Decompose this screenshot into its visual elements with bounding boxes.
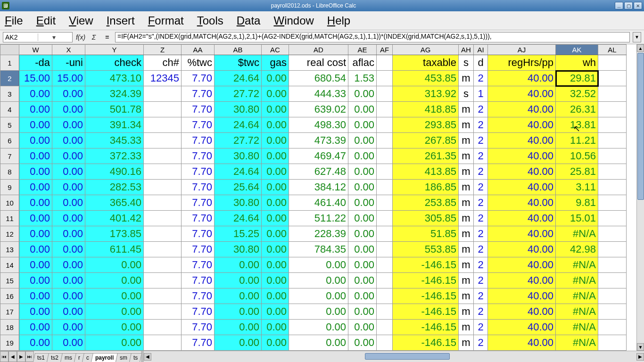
cell[interactable]: 7.70 [182, 195, 215, 211]
cell[interactable]: 40.00 [488, 180, 556, 195]
cell[interactable]: 0.00 [262, 164, 289, 180]
cell[interactable]: 293.85 [393, 117, 459, 133]
cell[interactable]: 0.00 [52, 320, 85, 335]
equals-button[interactable]: = [102, 33, 112, 42]
cell[interactable]: 0.00 [262, 195, 289, 211]
row-header[interactable]: 17 [0, 304, 19, 320]
cell[interactable]: 24.64 [215, 71, 262, 86]
select-all-corner[interactable] [0, 45, 19, 55]
cell[interactable]: 0.00 [289, 273, 348, 288]
menu-data[interactable]: Data [237, 14, 261, 27]
tab-prev-button[interactable]: ◀ [8, 351, 17, 362]
cell[interactable]: 0.00 [262, 320, 289, 335]
cell[interactable]: 2 [474, 273, 488, 288]
cell[interactable]: 9.81 [556, 195, 598, 211]
cell[interactable] [377, 226, 393, 242]
cell[interactable]: 0.00 [348, 226, 377, 242]
cell[interactable]: m [459, 211, 474, 226]
cell[interactable]: 0.00 [262, 242, 289, 257]
cell[interactable]: 1 [474, 86, 488, 102]
column-header[interactable]: AH [459, 45, 474, 55]
cell[interactable]: -146.15 [393, 288, 459, 304]
cell[interactable]: 0.00 [215, 335, 262, 351]
name-box[interactable]: AK2 ▾ [3, 32, 73, 42]
cell[interactable]: 24.64 [215, 211, 262, 226]
sum-button[interactable]: Σ [89, 33, 99, 42]
cell[interactable]: 0.00 [19, 148, 52, 164]
cell[interactable]: 7.70 [182, 226, 215, 242]
function-wizard-button[interactable]: f(x) [75, 33, 86, 42]
cell[interactable]: 2 [474, 257, 488, 273]
cell[interactable] [377, 304, 393, 320]
cell[interactable]: 0.00 [289, 288, 348, 304]
cell[interactable]: taxable [393, 55, 459, 71]
cell[interactable]: 2 [474, 71, 488, 86]
cell[interactable]: 461.40 [289, 195, 348, 211]
cell[interactable]: 0.00 [19, 195, 52, 211]
cell[interactable]: 680.54 [289, 71, 348, 86]
cell[interactable]: 473.10 [85, 71, 144, 86]
sheet-tab[interactable]: payroll [91, 353, 118, 362]
cell[interactable]: 7.70 [182, 273, 215, 288]
cell[interactable]: 7.70 [182, 304, 215, 320]
cell[interactable]: 15.25 [215, 226, 262, 242]
cell[interactable]: 0.00 [262, 86, 289, 102]
cell[interactable] [598, 55, 627, 71]
tab-last-button[interactable]: ⏭ [25, 351, 34, 362]
cell[interactable]: 25.81 [556, 164, 598, 180]
cell[interactable]: 639.02 [289, 102, 348, 117]
cell[interactable]: 51.85 [393, 226, 459, 242]
cell[interactable]: 0.00 [262, 211, 289, 226]
column-header[interactable]: AD [289, 45, 348, 55]
cell[interactable]: 345.33 [85, 133, 144, 148]
cell[interactable]: 10.56 [556, 148, 598, 164]
cell[interactable] [144, 288, 182, 304]
row-header[interactable]: 13 [0, 242, 19, 257]
cell[interactable]: 40.00 [488, 102, 556, 117]
minimize-button[interactable]: ＿ [615, 2, 623, 9]
cell[interactable]: wh [556, 55, 598, 71]
cell[interactable]: 372.33 [85, 148, 144, 164]
cell[interactable] [598, 273, 627, 288]
cell[interactable]: 0.00 [215, 257, 262, 273]
row-header[interactable]: 2 [0, 71, 19, 86]
cell[interactable] [598, 226, 627, 242]
cell[interactable]: 0.00 [19, 257, 52, 273]
cell[interactable]: 7.70 [182, 180, 215, 195]
cell[interactable]: 29.81 [556, 71, 598, 86]
cell[interactable]: m [459, 133, 474, 148]
cell[interactable]: 0.00 [262, 335, 289, 351]
cell[interactable] [598, 320, 627, 335]
menu-insert[interactable]: Insert [107, 14, 135, 27]
menu-tools[interactable]: Tools [197, 14, 223, 27]
cell[interactable] [377, 55, 393, 71]
cell[interactable]: 40.00 [488, 304, 556, 320]
cell[interactable]: m [459, 273, 474, 288]
cell[interactable]: 0.00 [19, 288, 52, 304]
scroll-right-button[interactable]: ▶ [636, 353, 644, 361]
cell[interactable]: $twc [215, 55, 262, 71]
cell[interactable]: #N/A [556, 335, 598, 351]
cell[interactable]: m [459, 117, 474, 133]
cell[interactable]: 40.00 [488, 288, 556, 304]
cell[interactable]: s [459, 86, 474, 102]
column-header[interactable]: AE [348, 45, 377, 55]
cell[interactable]: 24.64 [215, 117, 262, 133]
cell[interactable]: 40.00 [488, 257, 556, 273]
cell[interactable]: 40.00 [488, 71, 556, 86]
cell[interactable]: 2 [474, 242, 488, 257]
cell[interactable]: 0.00 [52, 86, 85, 102]
cell[interactable]: real cost [289, 55, 348, 71]
cell[interactable] [598, 71, 627, 86]
cell[interactable]: 0.00 [19, 102, 52, 117]
cell[interactable] [144, 226, 182, 242]
sheet-tab[interactable]: ts [129, 353, 142, 362]
cell[interactable]: 26.31 [556, 102, 598, 117]
cell[interactable] [598, 195, 627, 211]
cell[interactable]: 511.22 [289, 211, 348, 226]
cell[interactable]: m [459, 148, 474, 164]
row-header[interactable]: 1 [0, 55, 19, 71]
cell[interactable] [598, 288, 627, 304]
row-header[interactable]: 10 [0, 195, 19, 211]
cell[interactable] [377, 211, 393, 226]
